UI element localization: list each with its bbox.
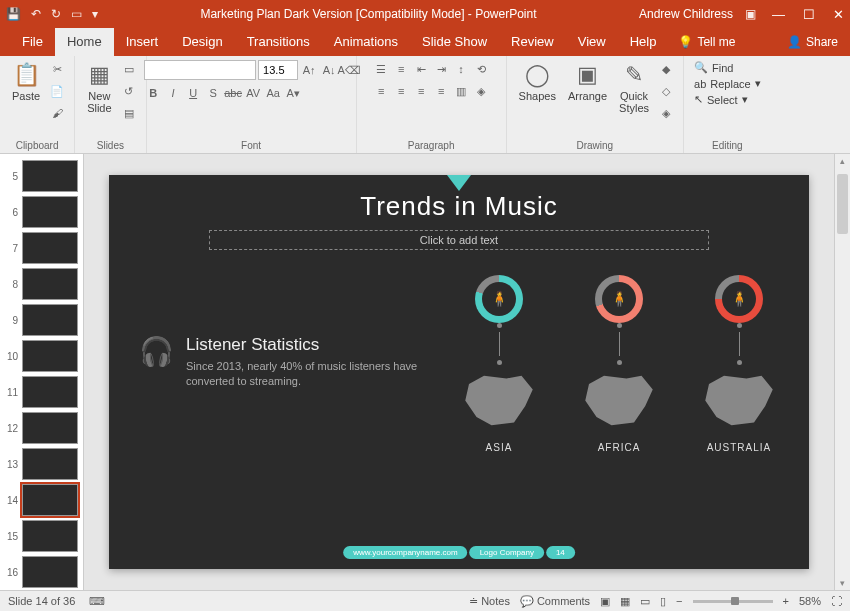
- undo-icon[interactable]: ↶: [31, 7, 41, 21]
- thumbnail-11[interactable]: 11: [0, 374, 83, 410]
- region-australia[interactable]: 🧍 AUSTRALIA: [699, 275, 779, 453]
- shapes-button[interactable]: ◯Shapes: [515, 60, 560, 104]
- thumbnail-7[interactable]: 7: [0, 230, 83, 266]
- dedent-icon[interactable]: ⇤: [412, 60, 430, 78]
- shadow-button[interactable]: S: [204, 84, 222, 102]
- font-name-input[interactable]: [144, 60, 256, 80]
- align-right-icon[interactable]: ≡: [412, 82, 430, 100]
- slide-thumbnails-panel[interactable]: 5678910111213141516: [0, 154, 84, 590]
- italic-button[interactable]: I: [164, 84, 182, 102]
- spell-check-icon[interactable]: ⌨: [89, 595, 105, 608]
- tab-view[interactable]: View: [566, 28, 618, 56]
- comments-button[interactable]: 💬 Comments: [520, 595, 590, 608]
- sorter-view-icon[interactable]: ▦: [620, 595, 630, 608]
- bullets-icon[interactable]: ☰: [372, 60, 390, 78]
- text-direction-icon[interactable]: ⟲: [472, 60, 490, 78]
- start-icon[interactable]: ▭: [71, 7, 82, 21]
- normal-view-icon[interactable]: ▣: [600, 595, 610, 608]
- new-slide-button[interactable]: ▦New Slide: [83, 60, 115, 116]
- save-icon[interactable]: 💾: [6, 7, 21, 21]
- close-icon[interactable]: ✕: [833, 7, 844, 22]
- smartart-icon[interactable]: ◈: [472, 82, 490, 100]
- align-left-icon[interactable]: ≡: [372, 82, 390, 100]
- thumbnail-8[interactable]: 8: [0, 266, 83, 302]
- thumbnail-14[interactable]: 14: [0, 482, 83, 518]
- columns-icon[interactable]: ▥: [452, 82, 470, 100]
- fit-icon[interactable]: ⛶: [831, 595, 842, 607]
- tab-file[interactable]: File: [10, 28, 55, 56]
- thumbnail-13[interactable]: 13: [0, 446, 83, 482]
- tab-transitions[interactable]: Transitions: [235, 28, 322, 56]
- tab-review[interactable]: Review: [499, 28, 566, 56]
- stats-section[interactable]: 🎧 Listener Statistics Since 2013, nearly…: [139, 335, 449, 390]
- thumbnail-9[interactable]: 9: [0, 302, 83, 338]
- copy-icon[interactable]: 📄: [48, 82, 66, 100]
- replace-button[interactable]: abReplace ▾: [692, 76, 763, 91]
- arrange-button[interactable]: ▣Arrange: [564, 60, 611, 104]
- grow-font-icon[interactable]: A↑: [300, 61, 318, 79]
- thumbnail-10[interactable]: 10: [0, 338, 83, 374]
- tell-me-input[interactable]: 💡 Tell me: [678, 35, 735, 49]
- char-spacing-icon[interactable]: AV: [244, 84, 262, 102]
- section-icon[interactable]: ▤: [120, 104, 138, 122]
- select-button[interactable]: ↖Select ▾: [692, 92, 763, 107]
- align-center-icon[interactable]: ≡: [392, 82, 410, 100]
- reading-view-icon[interactable]: ▭: [640, 595, 650, 608]
- subtitle-placeholder[interactable]: Click to add text: [209, 230, 709, 250]
- scroll-up-icon[interactable]: ▴: [835, 156, 850, 166]
- case-icon[interactable]: Aa: [264, 84, 282, 102]
- zoom-level[interactable]: 58%: [799, 595, 821, 607]
- scroll-down-icon[interactable]: ▾: [835, 578, 850, 588]
- shape-outline-icon[interactable]: ◇: [657, 82, 675, 100]
- numbering-icon[interactable]: ≡: [392, 60, 410, 78]
- qat-dropdown-icon[interactable]: ▾: [92, 7, 98, 21]
- font-size-input[interactable]: [258, 60, 298, 80]
- thumbnail-6[interactable]: 6: [0, 194, 83, 230]
- shape-effects-icon[interactable]: ◈: [657, 104, 675, 122]
- layout-icon[interactable]: ▭: [120, 60, 138, 78]
- slideshow-view-icon[interactable]: ▯: [660, 595, 666, 608]
- tab-home[interactable]: Home: [55, 28, 114, 56]
- region-asia[interactable]: 🧍 ASIA: [459, 275, 539, 453]
- zoom-out-icon[interactable]: −: [676, 595, 682, 607]
- redo-icon[interactable]: ↻: [51, 7, 61, 21]
- tab-animations[interactable]: Animations: [322, 28, 410, 56]
- slide-canvas-area[interactable]: Trends in Music Click to add text 🎧 List…: [84, 154, 834, 590]
- thumbnail-12[interactable]: 12: [0, 410, 83, 446]
- minimize-icon[interactable]: —: [772, 7, 785, 22]
- strike-button[interactable]: abc: [224, 84, 242, 102]
- share-button[interactable]: 👤 Share: [787, 35, 838, 49]
- tab-design[interactable]: Design: [170, 28, 234, 56]
- zoom-in-icon[interactable]: +: [783, 595, 789, 607]
- tab-insert[interactable]: Insert: [114, 28, 171, 56]
- vertical-scrollbar[interactable]: ▴ ▾: [834, 154, 850, 590]
- indent-icon[interactable]: ⇥: [432, 60, 450, 78]
- shape-fill-icon[interactable]: ◆: [657, 60, 675, 78]
- slide-canvas[interactable]: Trends in Music Click to add text 🎧 List…: [109, 175, 809, 569]
- zoom-slider[interactable]: [693, 600, 773, 603]
- format-painter-icon[interactable]: 🖌: [48, 104, 66, 122]
- thumbnail-16[interactable]: 16: [0, 554, 83, 590]
- bold-button[interactable]: B: [144, 84, 162, 102]
- justify-icon[interactable]: ≡: [432, 82, 450, 100]
- tab-help[interactable]: Help: [618, 28, 669, 56]
- line-spacing-icon[interactable]: ↕: [452, 60, 470, 78]
- cut-icon[interactable]: ✂: [48, 60, 66, 78]
- font-color-icon[interactable]: A▾: [284, 84, 302, 102]
- maximize-icon[interactable]: ☐: [803, 7, 815, 22]
- ribbon-options-icon[interactable]: ▣: [745, 7, 756, 21]
- slide-title[interactable]: Trends in Music: [109, 191, 809, 222]
- slide-position[interactable]: Slide 14 of 36: [8, 595, 75, 607]
- reset-icon[interactable]: ↺: [120, 82, 138, 100]
- quick-styles-button[interactable]: ✎Quick Styles: [615, 60, 653, 116]
- thumbnail-15[interactable]: 15: [0, 518, 83, 554]
- paste-button[interactable]: 📋Paste: [8, 60, 44, 104]
- shrink-font-icon[interactable]: A↓: [320, 61, 338, 79]
- scroll-thumb[interactable]: [837, 174, 848, 234]
- tab-slideshow[interactable]: Slide Show: [410, 28, 499, 56]
- thumbnail-5[interactable]: 5: [0, 158, 83, 194]
- region-africa[interactable]: 🧍 AFRICA: [579, 275, 659, 453]
- notes-button[interactable]: ≐ Notes: [469, 595, 510, 608]
- clear-format-icon[interactable]: A⌫: [340, 61, 358, 79]
- underline-button[interactable]: U: [184, 84, 202, 102]
